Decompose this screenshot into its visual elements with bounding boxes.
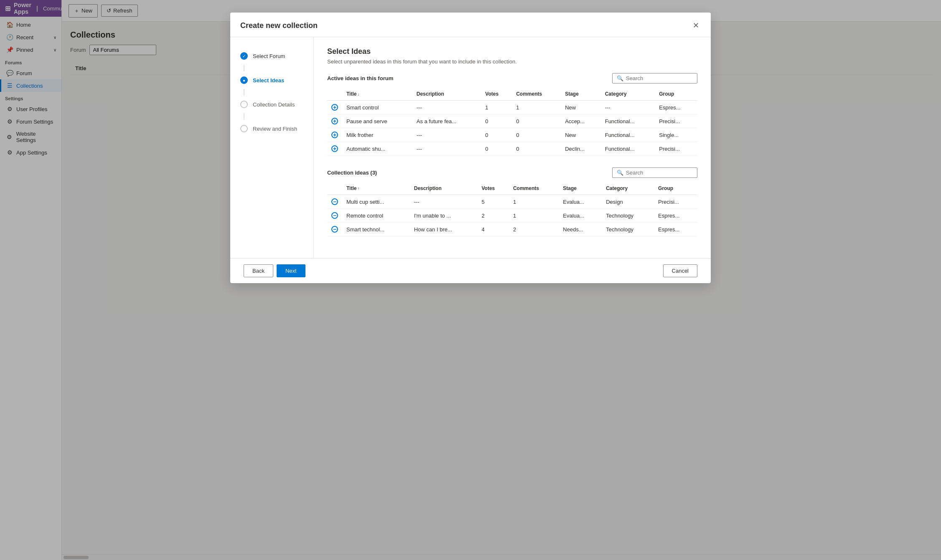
idea-comments: 0 — [512, 114, 561, 128]
footer-left-buttons: Back Next — [244, 264, 305, 277]
add-idea-cell[interactable]: + — [327, 128, 342, 142]
idea-title: Multi cup setti... — [342, 195, 410, 209]
cancel-button[interactable]: Cancel — [663, 264, 697, 277]
step-label-forum: Select Forum — [253, 53, 285, 59]
modal-footer: Back Next Cancel — [230, 258, 711, 283]
idea-comments: 0 — [512, 128, 561, 142]
modal-title: Create new collection — [240, 21, 318, 30]
step-circle-details — [240, 101, 248, 108]
idea-category: Technology — [602, 223, 654, 236]
col-group-collection: Group — [654, 182, 697, 195]
remove-idea-button[interactable]: − — [331, 212, 338, 219]
add-idea-cell[interactable]: + — [327, 114, 342, 128]
idea-description: How can I bre... — [410, 223, 478, 236]
modal: Create new collection ✕ ✓ Select Forum ●… — [230, 13, 711, 283]
idea-category: Technology — [602, 209, 654, 223]
idea-description: --- — [412, 128, 481, 142]
step-label-ideas: Select Ideas — [253, 77, 284, 84]
table-row: − Multi cup setti... --- 5 1 Evalua... D… — [327, 195, 697, 209]
section-title: Select Ideas — [327, 47, 697, 56]
step-circle-review — [240, 125, 248, 132]
active-search-input[interactable] — [626, 75, 693, 81]
section-desc: Select unparented ideas in this forum th… — [327, 58, 697, 65]
idea-votes: 1 — [481, 101, 512, 114]
next-button[interactable]: Next — [277, 264, 305, 277]
idea-title: Milk frother — [342, 128, 412, 142]
collection-ideas-label: Collection ideas (3) — [327, 170, 377, 176]
modal-main-panel: Select Ideas Select unparented ideas in … — [314, 37, 711, 258]
idea-stage: New — [561, 101, 601, 114]
idea-comments: 1 — [509, 209, 559, 223]
active-ideas-table: Title↓ Description Votes Comments Stage … — [327, 88, 697, 156]
collection-search-input[interactable] — [626, 170, 693, 176]
idea-stage: Evalua... — [559, 209, 602, 223]
table-row: + Pause and serve As a future fea... 0 0… — [327, 114, 697, 128]
add-idea-button[interactable]: + — [331, 145, 338, 152]
col-comments-collection: Comments — [509, 182, 559, 195]
idea-comments: 2 — [509, 223, 559, 236]
step-review-finish[interactable]: Review and Finish — [230, 120, 313, 137]
add-idea-button[interactable]: + — [331, 118, 338, 124]
search-icon: 🔍 — [617, 75, 623, 81]
idea-comments: 1 — [512, 101, 561, 114]
idea-description: I'm unable to ... — [410, 209, 478, 223]
idea-group: Espres... — [655, 101, 697, 114]
step-label-details: Collection Details — [253, 101, 295, 108]
remove-idea-button[interactable]: − — [331, 226, 338, 233]
back-button[interactable]: Back — [244, 264, 273, 277]
step-select-forum[interactable]: ✓ Select Forum — [230, 47, 313, 65]
table-row: + Milk frother --- 0 0 New Functional...… — [327, 128, 697, 142]
idea-comments: 1 — [509, 195, 559, 209]
idea-votes: 2 — [477, 209, 509, 223]
collection-ideas-header: Collection ideas (3) 🔍 — [327, 167, 697, 178]
modal-close-button[interactable]: ✕ — [691, 19, 701, 32]
idea-stage: Accep... — [561, 114, 601, 128]
table-row: + Automatic shu... --- 0 0 Declin... Fun… — [327, 142, 697, 156]
idea-category: Functional... — [601, 142, 655, 156]
table-row: − Remote control I'm unable to ... 2 1 E… — [327, 209, 697, 223]
idea-group: Espres... — [654, 209, 697, 223]
search-icon-2: 🔍 — [617, 170, 623, 176]
add-idea-cell[interactable]: + — [327, 142, 342, 156]
remove-idea-button[interactable]: − — [331, 198, 338, 205]
modal-header: Create new collection ✕ — [230, 13, 711, 37]
step-label-review: Review and Finish — [253, 126, 297, 132]
col-action-active — [327, 88, 342, 101]
col-action-collection — [327, 182, 342, 195]
collection-search-box[interactable]: 🔍 — [612, 167, 697, 178]
col-title-active[interactable]: Title↓ — [342, 88, 412, 101]
idea-category: Design — [602, 195, 654, 209]
step-collection-details[interactable]: Collection Details — [230, 96, 313, 113]
col-votes-active: Votes — [481, 88, 512, 101]
active-ideas-label: Active ideas in this forum — [327, 75, 393, 81]
col-description-collection: Description — [410, 182, 478, 195]
step-circle-ideas: ● — [240, 76, 248, 84]
add-idea-button[interactable]: + — [331, 132, 338, 138]
step-connector-1 — [244, 65, 244, 71]
add-idea-cell[interactable]: + — [327, 101, 342, 114]
col-stage-collection: Stage — [559, 182, 602, 195]
col-category-active: Category — [601, 88, 655, 101]
step-connector-3 — [244, 113, 244, 120]
idea-comments: 0 — [512, 142, 561, 156]
remove-idea-cell[interactable]: − — [327, 223, 342, 236]
idea-stage: Needs... — [559, 223, 602, 236]
table-row: − Smart technol... How can I bre... 4 2 … — [327, 223, 697, 236]
idea-title: Remote control — [342, 209, 410, 223]
idea-group: Espres... — [654, 223, 697, 236]
active-search-box[interactable]: 🔍 — [612, 73, 697, 84]
idea-category: Functional... — [601, 128, 655, 142]
idea-title: Smart control — [342, 101, 412, 114]
modal-overlay: Create new collection ✕ ✓ Select Forum ●… — [0, 0, 941, 560]
remove-idea-cell[interactable]: − — [327, 209, 342, 223]
remove-idea-cell[interactable]: − — [327, 195, 342, 209]
add-idea-button[interactable]: + — [331, 104, 338, 111]
idea-title: Smart technol... — [342, 223, 410, 236]
idea-stage: Evalua... — [559, 195, 602, 209]
step-select-ideas[interactable]: ● Select Ideas — [230, 71, 313, 89]
modal-body: ✓ Select Forum ● Select Ideas Collection… — [230, 37, 711, 258]
idea-votes: 0 — [481, 128, 512, 142]
idea-votes: 4 — [477, 223, 509, 236]
col-title-collection[interactable]: Title↑ — [342, 182, 410, 195]
idea-stage: New — [561, 128, 601, 142]
